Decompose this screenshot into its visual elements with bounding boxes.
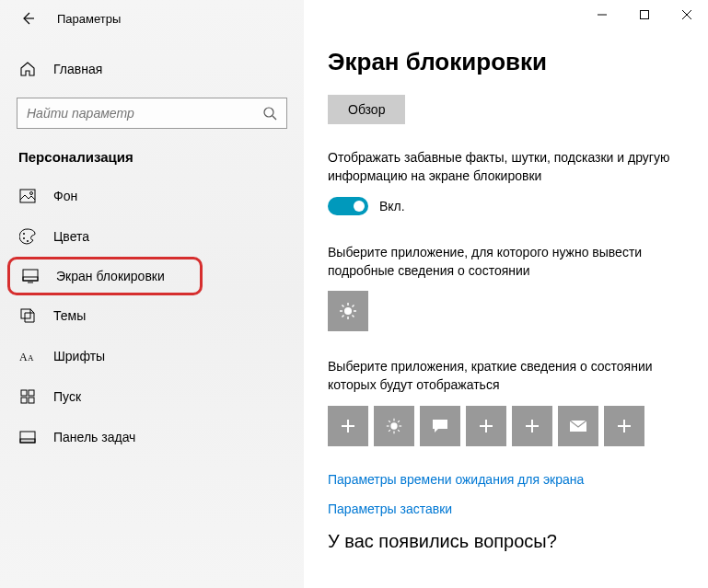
sidebar-item-fonts[interactable]: AA Шрифты [0,336,304,376]
svg-rect-6 [23,270,38,281]
nav-label: Фон [53,189,77,203]
fun-facts-toggle-row: Вкл. [328,197,684,215]
svg-text:A: A [19,351,28,363]
detail-app-row [328,291,684,331]
svg-point-2 [30,192,33,195]
home-icon [18,61,37,77]
palette-icon [18,228,37,245]
titlebar: Параметры [0,0,304,37]
maximize-button[interactable] [623,0,666,29]
svg-point-3 [23,233,25,235]
search-icon [262,106,277,121]
nav-label: Шрифты [53,349,105,363]
nav-label: Темы [53,308,86,323]
chat-icon [431,418,449,434]
nav-list: Фон Цвета Экран блокировки Темы [0,176,304,457]
toggle-state-label: Вкл. [379,199,405,213]
quick-slot-6[interactable] [558,406,598,446]
svg-point-5 [27,240,29,242]
fun-facts-toggle[interactable] [328,197,368,215]
svg-rect-1 [20,190,35,202]
window-controls [581,0,708,29]
svg-rect-7 [23,277,38,281]
svg-rect-11 [21,390,27,396]
settings-window: Параметры Главная Персонализация Фон [0,0,708,588]
detail-app-slot[interactable] [328,291,368,331]
sidebar-item-colors[interactable]: Цвета [0,216,304,257]
sidebar: Параметры Главная Персонализация Фон [0,0,304,588]
themes-icon [18,307,37,324]
quick-slot-7[interactable] [604,406,644,446]
search-box[interactable] [17,98,287,129]
home-label: Главная [53,62,102,76]
quick-slot-3[interactable] [420,406,460,446]
quick-slot-1[interactable] [328,406,368,446]
search-container [17,98,287,129]
quick-slot-4[interactable] [466,406,506,446]
close-button[interactable] [666,0,708,29]
sidebar-item-background[interactable]: Фон [0,176,304,216]
nav-label: Цвета [53,229,89,244]
taskbar-icon [18,431,37,444]
sidebar-item-themes[interactable]: Темы [0,295,304,336]
window-title: Параметры [57,12,121,26]
weather-icon [338,301,358,321]
plus-icon [616,418,633,434]
content-pane: Экран блокировки Обзор Отображать забавн… [304,0,708,588]
svg-point-4 [23,237,25,239]
svg-rect-16 [20,439,35,443]
search-input[interactable] [27,106,262,121]
sidebar-item-taskbar[interactable]: Панель задач [0,417,304,457]
home-nav[interactable]: Главная [0,52,304,86]
sidebar-item-lockscreen[interactable]: Экран блокировки [7,257,203,295]
quick-apps-row [328,406,684,446]
nav-label: Пуск [53,389,81,404]
nav-label: Панель задач [53,430,135,444]
plus-icon [478,418,494,434]
svg-rect-17 [641,11,649,19]
plus-icon [524,418,540,434]
svg-point-19 [390,422,397,429]
section-label: Персонализация [0,129,304,176]
back-button[interactable] [15,6,41,31]
page-title: Экран блокировки [328,48,684,76]
svg-rect-8 [21,309,30,318]
fun-facts-label: Отображать забавные факты, шутки, подска… [328,148,684,186]
browse-button[interactable]: Обзор [328,95,405,124]
start-icon [18,389,37,404]
svg-rect-13 [21,398,27,403]
lockscreen-icon [21,269,40,283]
svg-point-18 [344,307,352,315]
fonts-icon: AA [18,349,37,363]
svg-rect-12 [29,390,34,396]
help-header: У вас появились вопросы? [328,531,684,552]
weather-icon [385,417,403,435]
detail-app-label: Выберите приложение, для которого нужно … [328,243,684,281]
svg-rect-14 [29,398,34,403]
svg-text:A: A [28,353,34,363]
picture-icon [18,189,37,203]
sidebar-item-start[interactable]: Пуск [0,376,304,417]
quick-slot-5[interactable] [512,406,552,446]
link-timeout[interactable]: Параметры времени ожидания для экрана [328,472,684,487]
mail-icon [569,420,587,432]
nav-label: Экран блокировки [56,269,165,283]
quick-apps-label: Выберите приложения, краткие сведения о … [328,357,684,395]
svg-point-0 [264,108,273,117]
minimize-button[interactable] [581,0,623,29]
link-screensaver[interactable]: Параметры заставки [328,502,684,516]
plus-icon [340,418,356,434]
quick-slot-2[interactable] [374,406,414,446]
